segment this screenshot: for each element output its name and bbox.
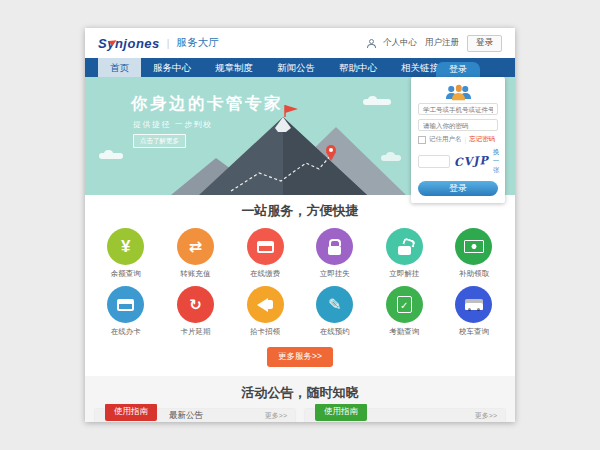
- panel-ribbon-tab[interactable]: 使用指南: [315, 404, 367, 421]
- login-tab[interactable]: 登录: [436, 62, 480, 77]
- megaphone-icon: [247, 286, 284, 323]
- announcement-panel: 使用指南更多>>: [305, 409, 505, 422]
- service-circle: [247, 228, 284, 265]
- divider: |: [465, 136, 467, 143]
- nav-item[interactable]: 服务中心: [141, 58, 203, 77]
- login-button[interactable]: 登录: [467, 35, 502, 52]
- service-label: 拾卡招领: [250, 327, 280, 337]
- service-circle: [455, 228, 492, 265]
- lock-icon: [316, 228, 353, 265]
- card-icon: [107, 286, 144, 323]
- service-item[interactable]: 卡片延期: [161, 286, 231, 337]
- service-circle: [386, 228, 423, 265]
- service-circle: [316, 228, 353, 265]
- service-circle: [107, 228, 144, 265]
- nav-item[interactable]: 首页: [98, 58, 141, 77]
- login-submit-button[interactable]: 登录: [418, 181, 498, 196]
- service-item[interactable]: 校车查询: [439, 286, 509, 337]
- service-circle: [316, 286, 353, 323]
- yen-icon: [107, 228, 144, 265]
- captcha-row: CVJP 换一张: [418, 148, 498, 175]
- service-item[interactable]: 余额查询: [91, 228, 161, 279]
- panel-more-link[interactable]: 更多>>: [475, 411, 497, 421]
- panel-ribbon-tab[interactable]: 使用指南: [105, 404, 157, 421]
- register-link[interactable]: 用户注册: [425, 37, 459, 49]
- service-circle: [386, 286, 423, 323]
- cloud-icon: [363, 99, 391, 105]
- service-label: 在线缴费: [250, 269, 280, 279]
- service-label: 在线办卡: [111, 327, 141, 337]
- cloud-icon: [99, 153, 123, 159]
- service-item[interactable]: 拾卡招领: [230, 286, 300, 337]
- logo-divider: |: [167, 38, 170, 49]
- password-input[interactable]: [418, 119, 498, 131]
- card-renew-icon: [177, 286, 214, 323]
- service-label: 补助领取: [459, 269, 489, 279]
- bus-icon: [455, 286, 492, 323]
- more-services-button[interactable]: 更多服务>>: [267, 347, 333, 367]
- user-icon: [366, 39, 375, 48]
- service-circle: [455, 286, 492, 323]
- service-item[interactable]: 转账充值: [161, 228, 231, 279]
- nav-item[interactable]: 新闻公告: [265, 58, 327, 77]
- service-circle: [247, 286, 284, 323]
- nav-item[interactable]: 规章制度: [203, 58, 265, 77]
- remember-row: 记住用户名 | 忘记密码: [418, 135, 498, 144]
- users-group-icon: [418, 82, 498, 99]
- site-title: 服务大厅: [176, 36, 218, 50]
- forgot-password-link[interactable]: 忘记密码: [469, 135, 495, 144]
- service-circle: [177, 286, 214, 323]
- login-panel: 登录 记住用户名 | 忘记密码: [411, 62, 505, 203]
- service-item[interactable]: 在线预约: [300, 286, 370, 337]
- service-label: 余额查询: [111, 269, 141, 279]
- service-label: 在线预约: [320, 327, 350, 337]
- panel-more-link[interactable]: 更多>>: [265, 411, 287, 421]
- service-item[interactable]: 立即挂失: [300, 228, 370, 279]
- service-item[interactable]: 立即解挂: [370, 228, 440, 279]
- service-label: 立即解挂: [389, 269, 419, 279]
- cloud-icon: [381, 155, 401, 161]
- services-section: 一站服务，方便快捷 余额查询转账充值在线缴费立即挂失立即解挂补助领取在线办卡卡片…: [85, 195, 515, 367]
- synjones-logo: Synjones: [98, 36, 160, 51]
- service-label: 校车查询: [459, 327, 489, 337]
- mountain-illustration: [171, 103, 406, 195]
- transfer-icon: [177, 228, 214, 265]
- nav-item[interactable]: 帮助中心: [327, 58, 389, 77]
- hero-banner: 你身边的卡管专家 提供捷径 一步到校 点击了解更多: [85, 77, 515, 195]
- login-card: 记住用户名 | 忘记密码 CVJP 换一张 登录: [411, 77, 505, 203]
- card-icon: [247, 228, 284, 265]
- announcement-panel: 使用指南最新公告更多>>: [95, 409, 295, 422]
- remember-label: 记住用户名: [429, 135, 462, 144]
- banknote-icon: [455, 228, 492, 265]
- pencil-icon: [316, 286, 353, 323]
- service-item[interactable]: 考勤查询: [370, 286, 440, 337]
- site-header: Synjones | 服务大厅 个人中心 用户注册 登录: [85, 28, 515, 58]
- service-item[interactable]: 在线缴费: [230, 228, 300, 279]
- clipboard-check-icon: [386, 286, 423, 323]
- person-icon: [452, 85, 465, 100]
- captcha-image: CVJP: [454, 154, 490, 169]
- announcements-section: 活动公告，随时知晓 使用指南最新公告更多>>使用指南更多>>: [85, 376, 515, 422]
- service-circle: [177, 228, 214, 265]
- unlock-icon: [386, 228, 423, 265]
- service-label: 卡片延期: [180, 327, 210, 337]
- panel-tab[interactable]: 最新公告: [169, 410, 203, 422]
- service-circle: [107, 286, 144, 323]
- service-label: 转账充值: [180, 269, 210, 279]
- service-label: 立即挂失: [320, 269, 350, 279]
- captcha-refresh-link[interactable]: 换一张: [493, 148, 500, 175]
- header-links: 个人中心 用户注册 登录: [366, 35, 502, 52]
- browser-page: Synjones | 服务大厅 个人中心 用户注册 登录 首页服务中心规章制度新…: [85, 28, 515, 422]
- captcha-input[interactable]: [418, 155, 450, 168]
- remember-checkbox[interactable]: [418, 136, 426, 144]
- announcement-panels: 使用指南最新公告更多>>使用指南更多>>: [85, 409, 515, 422]
- announcements-title: 活动公告，随时知晓: [85, 384, 515, 402]
- service-label: 考勤查询: [389, 327, 419, 337]
- desktop-background: Synjones | 服务大厅 个人中心 用户注册 登录 首页服务中心规章制度新…: [0, 0, 600, 450]
- services-grid: 余额查询转账充值在线缴费立即挂失立即解挂补助领取在线办卡卡片延期拾卡招领在线预约…: [85, 228, 515, 344]
- username-input[interactable]: [418, 103, 498, 115]
- service-item[interactable]: 在线办卡: [91, 286, 161, 337]
- service-item[interactable]: 补助领取: [439, 228, 509, 279]
- personal-center-link[interactable]: 个人中心: [383, 37, 417, 49]
- services-title: 一站服务，方便快捷: [85, 202, 515, 220]
